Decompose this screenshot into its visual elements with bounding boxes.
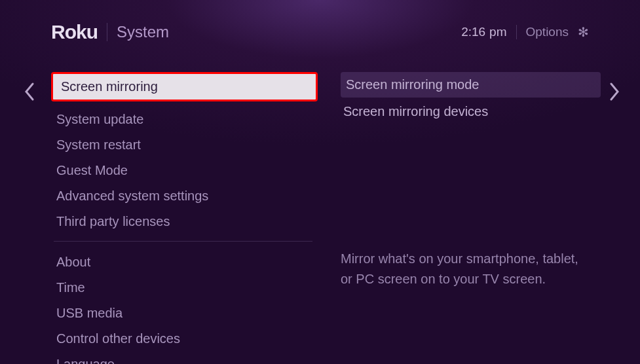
menu-item-third-party-licenses[interactable]: Third party licenses: [51, 210, 321, 233]
menu-item-time[interactable]: Time: [51, 276, 321, 299]
chevron-left-icon[interactable]: [24, 80, 35, 107]
menu-item-system-restart[interactable]: System restart: [51, 134, 321, 156]
menu-item-language[interactable]: Language: [51, 353, 321, 364]
menu-separator: [54, 241, 312, 242]
chevron-right-icon[interactable]: [609, 80, 620, 107]
options-button[interactable]: Options: [526, 25, 569, 39]
right-panel: Screen mirroring mode Screen mirroring d…: [321, 72, 640, 364]
header-divider: [107, 23, 107, 41]
left-menu: Screen mirroring System update System re…: [0, 72, 321, 364]
asterisk-icon: ✻: [578, 24, 589, 40]
time-ampm: pm: [489, 25, 506, 39]
menu-item-control-other-devices[interactable]: Control other devices: [51, 327, 321, 350]
menu-item-about[interactable]: About: [51, 251, 321, 274]
menu-item-usb-media[interactable]: USB media: [51, 302, 321, 325]
submenu-item-mirroring-mode[interactable]: Screen mirroring mode: [341, 72, 601, 98]
header-left: Roku System: [51, 21, 169, 43]
description-text: Mirror what's on your smartphone, tablet…: [341, 249, 590, 289]
header-right-divider: [516, 25, 517, 39]
menu-item-guest-mode[interactable]: Guest Mode: [51, 159, 321, 182]
screen-title: System: [117, 23, 169, 41]
clock: 2:16pm: [461, 25, 506, 39]
menu-item-system-update[interactable]: System update: [51, 108, 321, 131]
menu-item-advanced-settings[interactable]: Advanced system settings: [51, 185, 321, 208]
header-right: 2:16pm Options ✻: [461, 24, 589, 40]
content-area: Screen mirroring System update System re…: [0, 43, 640, 364]
menu-item-screen-mirroring[interactable]: Screen mirroring: [51, 72, 318, 101]
time-value: 2:16: [461, 25, 485, 39]
submenu-item-mirroring-devices[interactable]: Screen mirroring devices: [341, 99, 601, 124]
roku-logo: Roku: [51, 21, 98, 43]
header: Roku System 2:16pm Options ✻: [0, 0, 640, 43]
